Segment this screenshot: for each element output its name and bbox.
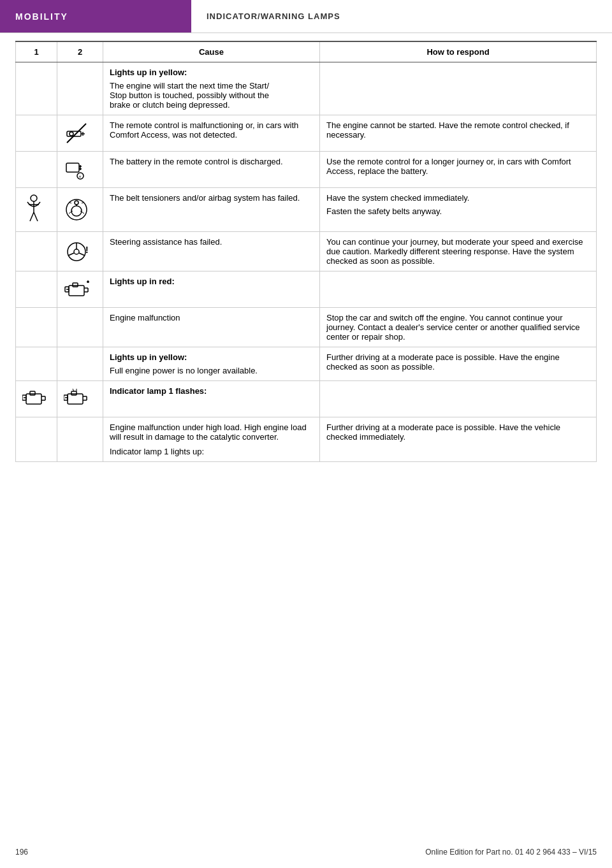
cause-text: The engine will start the next time the …: [110, 81, 313, 110]
table-header-row: 1 2 Cause How to respond: [16, 41, 597, 62]
key-malfunc-icon: [64, 120, 89, 146]
table-row: Engine malfunction under high load. High…: [16, 417, 597, 462]
col-respond-header: How to respond: [320, 41, 597, 62]
col1-cell: [16, 152, 57, 188]
col1-icon-cell: [16, 188, 57, 232]
respond-text: The engine cannot be started. Have the r…: [326, 120, 590, 140]
col1-cell: [16, 417, 57, 462]
col1-cell: [16, 232, 57, 271]
steering-icon: !: [64, 239, 89, 264]
svg-line-28: [79, 253, 85, 256]
svg-point-17: [71, 206, 82, 216]
cause-cell: Lights up in red:: [103, 271, 320, 308]
svg-text:+: +: [78, 174, 82, 180]
svg-point-11: [31, 195, 37, 201]
person-seatbelt-icon: [22, 193, 45, 226]
svg-rect-38: [30, 391, 35, 395]
respond-text: Stop the car and switch off the engine. …: [326, 313, 590, 342]
col2-cell: [57, 417, 103, 462]
col2-cell: [57, 62, 103, 115]
col2-icon-cell: [57, 115, 103, 152]
cause-cell: Engine malfunction: [103, 308, 320, 347]
col1-header: 1: [16, 41, 57, 62]
col2-icon-cell: [57, 381, 103, 417]
col1-icon-cell: [16, 381, 57, 417]
cause-cell: The belt tensioners and/or airbag system…: [103, 188, 320, 232]
svg-rect-5: [66, 163, 79, 172]
respond-cell: The engine cannot be started. Have the r…: [320, 115, 597, 152]
col1-cell: [16, 62, 57, 115]
respond-cell: [320, 271, 597, 308]
cause-text-1: Engine malfunction under high load. High…: [110, 423, 313, 442]
col2-icon-cell: [57, 271, 103, 308]
respond-cell: You can continue your journey, but moder…: [320, 232, 597, 271]
svg-point-1: [69, 132, 73, 136]
indicator-flashes-label: Indicator lamp 1 flashes:: [110, 386, 313, 396]
indicator-table: 1 2 Cause How to respond Lights up in ye…: [15, 41, 597, 462]
cause-cell: Engine malfunction under high load. High…: [103, 417, 320, 462]
table-row: Indicator lamp 1 flashes:: [16, 381, 597, 417]
col2-cell: [57, 308, 103, 347]
respond-cell: Stop the car and switch off the engine. …: [320, 308, 597, 347]
table-row: Lights up in red:: [16, 271, 597, 308]
respond-cell: [320, 381, 597, 417]
col2-header: 2: [57, 41, 103, 62]
col1-cell: [16, 308, 57, 347]
col1-cell: [16, 271, 57, 308]
table-row: The remote control is malfunctioning or,…: [16, 115, 597, 152]
cause-text-2: Indicator lamp 1 lights up:: [110, 447, 313, 456]
svg-text:!: !: [85, 245, 89, 255]
page-header: MOBILITY INDICATOR/WARNING LAMPS: [0, 0, 612, 33]
engine-alt-icon: [64, 386, 92, 412]
page-footer: 196 Online Edition for Part no. 01 40 2 …: [0, 848, 612, 857]
cause-cell: Lights up in yellow: The engine will sta…: [103, 62, 320, 115]
cause-text-bold: Lights up in yellow:: [110, 68, 313, 77]
svg-line-14: [30, 212, 34, 221]
lights-red-label: Lights up in red:: [110, 277, 313, 286]
svg-line-15: [34, 212, 38, 221]
respond-text: Further driving at a moderate pace is po…: [326, 352, 590, 372]
cause-text: Full engine power is no longer available…: [110, 366, 313, 375]
indicator-warning-title: INDICATOR/WARNING LAMPS: [207, 11, 340, 21]
col-cause-header: Cause: [103, 41, 320, 62]
col1-cell: [16, 347, 57, 381]
cause-cell: The remote control is malfunctioning or,…: [103, 115, 320, 152]
cause-text: Steering assistance has failed.: [110, 237, 313, 247]
respond-text: Use the remote control for a longer jour…: [326, 157, 590, 176]
respond-cell: Further driving at a moderate pace is po…: [320, 347, 597, 381]
cause-cell: Steering assistance has failed.: [103, 232, 320, 271]
respond-text-1: Have the system checked immediately.: [326, 193, 590, 203]
table-row: + The battery in the remote control is d…: [16, 152, 597, 188]
svg-rect-45: [71, 391, 76, 395]
airbag-icon: [64, 197, 89, 222]
table-row: ! Steering assistance has failed. You ca…: [16, 232, 597, 271]
cause-cell: Indicator lamp 1 flashes:: [103, 381, 320, 417]
col2-cell: [57, 347, 103, 381]
main-content: 1 2 Cause How to respond Lights up in ye…: [0, 33, 612, 470]
cause-text: The belt tensioners and/or airbag system…: [110, 193, 313, 203]
engine-malfunction-text: Engine malfunction: [110, 313, 313, 322]
respond-text: You can continue your journey, but moder…: [326, 237, 590, 266]
lights-yellow-label: Lights up in yellow:: [110, 352, 313, 362]
respond-text-2: Fasten the safety belts anyway.: [326, 206, 590, 216]
header-section-label: INDICATOR/WARNING LAMPS: [191, 0, 356, 33]
mobility-title: MOBILITY: [15, 11, 68, 22]
table-row: Lights up in yellow: The engine will sta…: [16, 62, 597, 115]
respond-cell: Use the remote control for a longer jour…: [320, 152, 597, 188]
svg-line-27: [68, 253, 74, 256]
table-row: Lights up in yellow: Full engine power i…: [16, 347, 597, 381]
engine-outline-icon: [22, 386, 50, 412]
engine-red-icon: [64, 277, 92, 302]
svg-point-25: [74, 249, 79, 254]
cause-text: The battery in the remote control is dis…: [110, 157, 313, 166]
respond-cell: Have the system checked immediately. Fas…: [320, 188, 597, 232]
svg-point-18: [75, 201, 78, 205]
col2-icon-cell: +: [57, 152, 103, 188]
table-row: Engine malfunction Stop the car and swit…: [16, 308, 597, 347]
respond-cell: Further driving at a moderate pace is po…: [320, 417, 597, 462]
col2-icon-cell: [57, 188, 103, 232]
svg-rect-31: [73, 283, 78, 287]
table-row: The belt tensioners and/or airbag system…: [16, 188, 597, 232]
copyright-text: Online Edition for Part no. 01 40 2 964 …: [425, 848, 597, 857]
cause-cell: The battery in the remote control is dis…: [103, 152, 320, 188]
